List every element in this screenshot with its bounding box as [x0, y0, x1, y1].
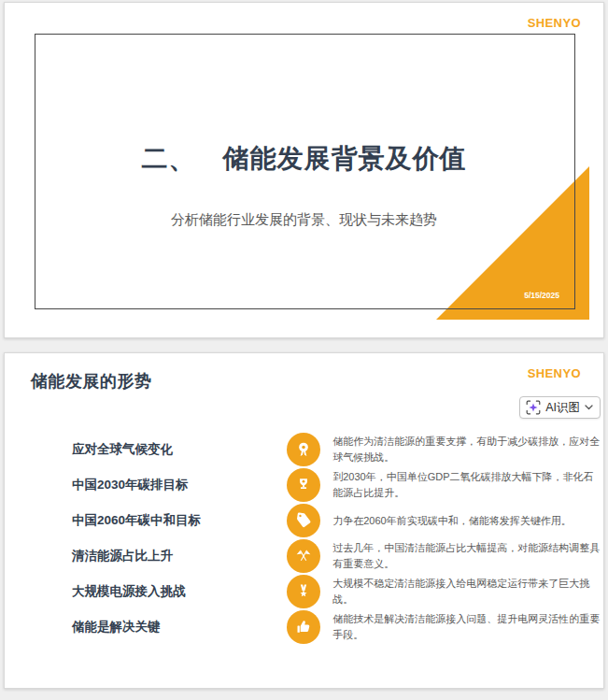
feature-description: 大规模不稳定清洁能源接入给电网稳定运行带来了巨大挑战。	[332, 576, 603, 607]
page-title: 储能发展的形势	[31, 370, 152, 393]
slide-date: 5/15/2025	[524, 291, 559, 300]
slide-1-card: SHENYO 二、 储能发展背景及价值 分析储能行业发展的背景、现状与未来趋势 …	[4, 2, 604, 338]
feature-row: 中国2060年碳中和目标 力争在2060年前实现碳中和，储能将发挥关键作用。	[5, 503, 603, 538]
feature-label: 大规模电源接入挑战	[5, 583, 287, 600]
feature-list: 应对全球气候变化 储能作为清洁能源的重要支撑，有助于减少碳排放，应对全球气候挑战…	[5, 432, 603, 645]
chevron-down-icon	[585, 405, 593, 410]
feature-label: 中国2060年碳中和目标	[5, 512, 287, 529]
slide-2-card: SHENYO 储能发展的形势 AI识图 应对全球气候变化	[4, 352, 604, 689]
medal-star-icon	[287, 575, 320, 608]
corner-triangle-decoration	[436, 166, 589, 320]
slide-subtitle: 分析储能行业发展的背景、现状与未来趋势	[35, 211, 573, 229]
feature-description: 过去几年，中国清洁能源占比大幅提高，对能源结构调整具有重要意义。	[332, 540, 603, 572]
feature-label: 清洁能源占比上升	[5, 548, 287, 564]
tag-icon	[287, 504, 320, 537]
feature-label: 储能是解决关键	[5, 619, 287, 636]
slide-title: 二、 储能发展背景及价值	[35, 141, 573, 177]
feature-row: 储能是解决关键 储能技术是解决清洁能源接入问题、提升电网灵活性的重要手段。	[5, 609, 603, 645]
ai-button-label: AI识图	[545, 400, 580, 416]
thumbs-up-icon	[287, 610, 320, 644]
brand-logo: SHENYO	[528, 16, 581, 30]
feature-label: 应对全球气候变化	[5, 441, 287, 458]
feature-description: 力争在2060年前实现碳中和，储能将发挥关键作用。	[332, 513, 603, 529]
scan-sparkle-icon	[526, 400, 541, 415]
feature-label: 中国2030年碳排目标	[5, 477, 287, 493]
trophy-icon	[287, 468, 320, 502]
ai-recognize-button[interactable]: AI识图	[519, 396, 601, 419]
feature-description: 储能作为清洁能源的重要支撑，有助于减少碳排放，应对全球气候挑战。	[332, 434, 603, 465]
brand-logo: SHENYO	[528, 366, 581, 380]
feature-row: 中国2030年碳排目标 到2030年，中国单位GDP二氧化碳排放大幅下降，非化石…	[5, 467, 603, 503]
crossed-flags-icon	[287, 539, 320, 573]
feature-row: 大规模电源接入挑战 大规模不稳定清洁能源接入给电网稳定运行带来了巨大挑战。	[5, 574, 603, 609]
feature-description: 到2030年，中国单位GDP二氧化碳排放大幅下降，非化石能源占比提升。	[332, 469, 603, 501]
feature-row: 清洁能源占比上升 过去几年，中国清洁能源占比大幅提高，对能源结构调整具有重要意义…	[5, 538, 603, 574]
feature-description: 储能技术是解决清洁能源接入问题、提升电网灵活性的重要手段。	[332, 611, 603, 643]
award-ribbon-icon	[287, 433, 320, 466]
feature-row: 应对全球气候变化 储能作为清洁能源的重要支撑，有助于减少碳排放，应对全球气候挑战…	[5, 432, 603, 467]
